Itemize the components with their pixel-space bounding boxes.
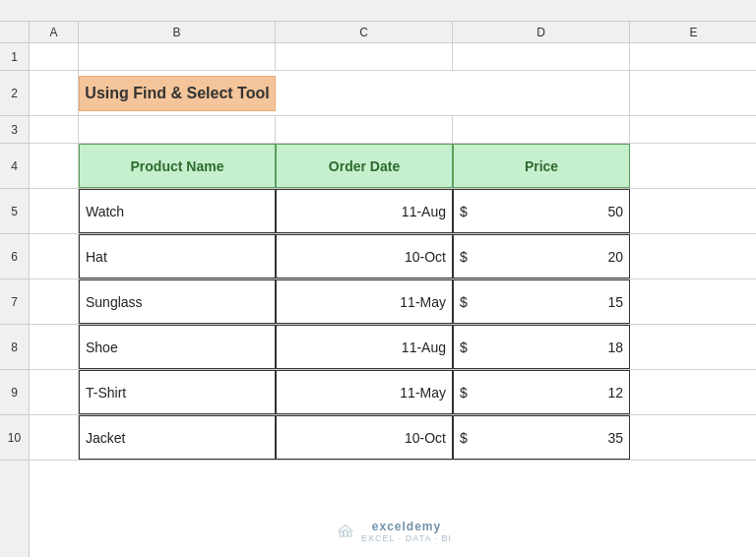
r7-a	[30, 279, 79, 324]
row-num-3: 3	[0, 116, 29, 144]
r8-date: 11-Aug	[276, 325, 453, 369]
col-header-c: C	[276, 22, 453, 42]
r5-product: Watch	[79, 189, 276, 233]
bottom-area: exceldemy EXCEL · DATA · BI	[30, 461, 756, 557]
r3-c	[276, 116, 453, 143]
r2-b: Using Find & Select Tool	[79, 71, 276, 115]
top-bar	[0, 0, 756, 22]
grid-rows: Using Find & Select Tool	[30, 43, 756, 557]
row-num-5: 5	[0, 189, 29, 234]
r1-c	[276, 43, 453, 70]
r6-product: Hat	[79, 234, 276, 278]
grid-wrapper: 1 2 3 4 5 6 7 8 9 10 A B C D E	[0, 22, 756, 557]
col-header-b: B	[79, 22, 276, 42]
r4-a	[30, 144, 79, 188]
r10-e	[630, 415, 756, 460]
row-num-1: 1	[0, 43, 29, 71]
row-10: Jacket 10-Oct $ 35	[30, 415, 756, 461]
header-price: Price	[453, 144, 630, 188]
r9-date: 11-May	[276, 370, 453, 414]
r6-date: 10-Oct	[276, 234, 453, 278]
spreadsheet: 1 2 3 4 5 6 7 8 9 10 A B C D E	[0, 0, 756, 557]
row-num-2: 2	[0, 71, 29, 116]
r6-a	[30, 234, 79, 278]
header-product-name: Product Name	[79, 144, 276, 188]
r8-e	[630, 325, 756, 369]
r3-a	[30, 116, 79, 143]
r5-date: 11-Aug	[276, 189, 453, 233]
col-header-a: A	[30, 22, 79, 42]
r2-e	[630, 71, 756, 115]
r1-d	[453, 43, 630, 70]
title-text: Using Find & Select Tool	[85, 85, 269, 102]
row-num-6: 6	[0, 234, 29, 279]
r8-product: Shoe	[79, 325, 276, 369]
r7-price: $ 15	[453, 279, 630, 324]
r1-e	[630, 43, 756, 70]
r5-a	[30, 189, 79, 233]
svg-rect-0	[340, 531, 343, 536]
columns-area: A B C D E	[30, 22, 756, 557]
r1-a	[30, 43, 79, 70]
row-4: Product Name Order Date Price	[30, 144, 756, 189]
row-9: T-Shirt 11-May $ 12	[30, 370, 756, 415]
header-order-date: Order Date	[276, 144, 453, 188]
r7-date: 11-May	[276, 279, 453, 324]
row-6: Hat 10-Oct $ 20	[30, 234, 756, 279]
row-1	[30, 43, 756, 71]
r9-a	[30, 370, 79, 414]
r7-product: Sunglass	[79, 279, 276, 324]
r9-product: T-Shirt	[79, 370, 276, 414]
r9-price: $ 12	[453, 370, 630, 414]
watermark: exceldemy EXCEL · DATA · BI	[328, 512, 460, 551]
row-num-4: 4	[0, 144, 29, 189]
r5-price: $ 50	[453, 189, 630, 233]
r7-e	[630, 279, 756, 324]
r10-a	[30, 415, 79, 460]
watermark-text: exceldemy EXCEL · DATA · BI	[361, 520, 452, 543]
row-numbers: 1 2 3 4 5 6 7 8 9 10	[0, 22, 30, 557]
row-3	[30, 116, 756, 144]
svg-rect-2	[348, 531, 351, 536]
col-headers: A B C D E	[30, 22, 756, 43]
r6-e	[630, 234, 756, 278]
row-num-9: 9	[0, 370, 29, 415]
r5-e	[630, 189, 756, 233]
col-header-e: E	[630, 22, 756, 42]
r3-b	[79, 116, 276, 143]
r1-b	[79, 43, 276, 70]
row-7: Sunglass 11-May $ 15	[30, 279, 756, 325]
title-banner: Using Find & Select Tool	[79, 76, 276, 111]
r6-price: $ 20	[453, 234, 630, 278]
r9-e	[630, 370, 756, 414]
r10-product: Jacket	[79, 415, 276, 460]
r10-date: 10-Oct	[276, 415, 453, 460]
row-5: Watch 11-Aug $ 50	[30, 189, 756, 234]
r8-a	[30, 325, 79, 369]
row-num-10: 10	[0, 415, 29, 461]
r4-e	[630, 144, 756, 188]
r2-c	[276, 71, 453, 115]
r10-price: $ 35	[453, 415, 630, 460]
r3-d	[453, 116, 630, 143]
row-number-header	[0, 22, 29, 43]
r3-e	[630, 116, 756, 143]
col-header-d: D	[453, 22, 630, 42]
row-num-8: 8	[0, 325, 29, 370]
r2-a	[30, 71, 79, 115]
row-2: Using Find & Select Tool	[30, 71, 756, 116]
exceldemy-icon	[336, 522, 355, 541]
r8-price: $ 18	[453, 325, 630, 369]
svg-rect-1	[344, 529, 346, 536]
row-num-7: 7	[0, 279, 29, 325]
r2-d	[453, 71, 630, 115]
row-8: Shoe 11-Aug $ 18	[30, 325, 756, 370]
